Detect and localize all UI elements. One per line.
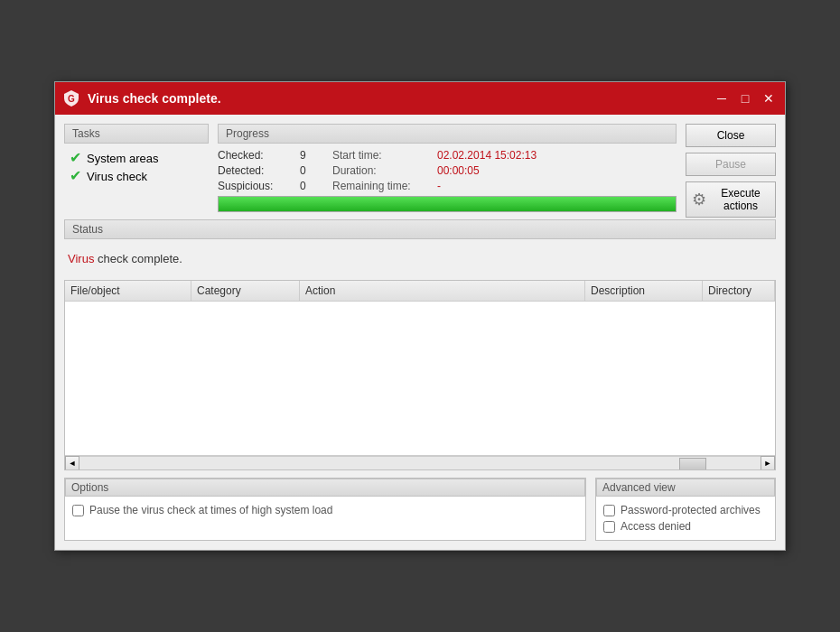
main-window: G Virus check complete. ─ □ ✕ Tasks ✔ Sy… [54, 81, 786, 551]
close-button[interactable]: ✕ [760, 89, 778, 107]
detected-value: 0 [300, 164, 327, 177]
advanced-header: Advanced view [596, 479, 775, 497]
denied-checkbox[interactable] [603, 521, 615, 533]
detected-label: Detected: [218, 164, 294, 177]
archives-checkbox-label: Password-protected archives [621, 504, 761, 516]
task-item-virus: ✔ Virus check [64, 167, 209, 185]
titlebar: G Virus check complete. ─ □ ✕ [55, 82, 785, 115]
check-icon-virus: ✔ [70, 169, 81, 183]
left-panel: Tasks ✔ System areas ✔ Virus check Progr… [64, 124, 677, 219]
progress-header: Progress [218, 124, 677, 144]
col-action: Action [300, 281, 585, 301]
options-header: Options [65, 479, 585, 497]
table-header-row: File/object Category Action Description … [65, 281, 775, 302]
status-highlight: Virus [68, 252, 94, 265]
status-rest: check complete. [94, 252, 182, 265]
task-label-system: System areas [87, 152, 158, 165]
options-checkbox-item: Pause the virus check at times of high s… [72, 502, 578, 518]
action-buttons: Close Pause ⚙ Execute actions [686, 124, 776, 219]
checked-label: Checked: [218, 149, 294, 162]
table-body [65, 302, 775, 455]
pause-button[interactable]: Pause [686, 153, 776, 176]
advanced-section: Advanced view Password-protected archive… [595, 478, 776, 541]
suspicious-value: 0 [300, 180, 327, 192]
progress-bar-fill [219, 197, 676, 211]
options-section: Options Pause the virus check at times o… [64, 478, 586, 541]
maximize-button[interactable]: □ [736, 89, 754, 107]
results-table: File/object Category Action Description … [64, 280, 776, 470]
execute-actions-button[interactable]: ⚙ Execute actions [686, 181, 776, 218]
window-title: Virus check complete. [88, 91, 713, 106]
checked-value: 9 [300, 149, 327, 162]
pause-checkbox-label: Pause the virus check at times of high s… [89, 504, 332, 516]
status-text: Virus check complete. [64, 245, 776, 273]
status-section: Status Virus check complete. [64, 219, 776, 273]
scroll-right-button[interactable]: ► [761, 456, 775, 470]
start-time-label: Start time: [332, 149, 432, 162]
status-header: Status [64, 219, 776, 239]
bottom-row: Options Pause the virus check at times o… [64, 478, 776, 541]
minimize-button[interactable]: ─ [713, 89, 731, 107]
duration-value: 00:00:05 [437, 164, 677, 177]
advanced-checkbox-denied: Access denied [603, 518, 768, 534]
task-item-system: ✔ System areas [64, 149, 209, 167]
remaining-label: Remaining time: [332, 180, 432, 192]
col-directory: Directory [703, 281, 775, 301]
close-button[interactable]: Close [686, 124, 776, 147]
duration-label: Duration: [332, 164, 432, 177]
scroll-thumb[interactable] [679, 458, 706, 470]
window-controls: ─ □ ✕ [713, 89, 778, 107]
advanced-checkbox-archives: Password-protected archives [603, 502, 768, 518]
horizontal-scrollbar[interactable]: ◄ ► [65, 455, 775, 469]
execute-actions-label: Execute actions [712, 187, 770, 212]
col-file-object: File/object [65, 281, 191, 301]
svg-text:G: G [68, 94, 75, 104]
col-category: Category [191, 281, 300, 301]
denied-checkbox-label: Access denied [621, 520, 691, 533]
app-logo-icon: G [62, 89, 80, 107]
pause-checkbox[interactable] [72, 505, 84, 516]
scroll-left-button[interactable]: ◄ [65, 456, 79, 470]
progress-section: Progress Checked: 9 Start time: 02.02.20… [218, 124, 677, 212]
scroll-track[interactable] [79, 456, 761, 470]
archives-checkbox[interactable] [603, 505, 615, 516]
suspicious-label: Suspicious: [218, 180, 294, 192]
remaining-value: - [437, 180, 677, 192]
tasks-section: Tasks ✔ System areas ✔ Virus check [64, 124, 209, 212]
progress-bar [218, 196, 677, 212]
top-row: Tasks ✔ System areas ✔ Virus check Progr… [64, 124, 776, 219]
col-description: Description [585, 281, 703, 301]
tasks-header: Tasks [64, 124, 209, 144]
window-content: Tasks ✔ System areas ✔ Virus check Progr… [55, 115, 785, 550]
start-time-value: 02.02.2014 15:02:13 [437, 149, 677, 162]
task-label-virus: Virus check [87, 170, 147, 183]
check-icon-system: ✔ [70, 151, 81, 165]
gear-icon: ⚙ [692, 190, 706, 209]
